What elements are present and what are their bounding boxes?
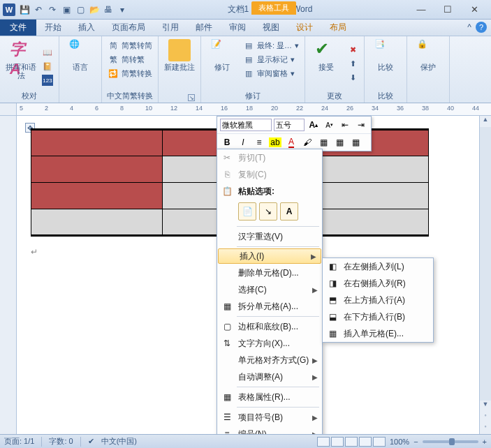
- trad-to-simp-button[interactable]: 繁简转繁: [106, 53, 154, 66]
- new-comment-button[interactable]: 新建批注: [163, 39, 196, 71]
- wordcount-button[interactable]: 123: [41, 74, 54, 87]
- page-indicator[interactable]: 页面: 1/1: [4, 436, 34, 447]
- zoom-thumb[interactable]: [449, 438, 455, 445]
- browse-next-icon[interactable]: ◦: [480, 423, 491, 434]
- display-final-button[interactable]: ▤最终: 显…▾: [242, 39, 300, 52]
- word-count[interactable]: 字数: 0: [49, 436, 73, 447]
- tab-references[interactable]: 引用: [154, 19, 187, 36]
- document-page[interactable]: ✥ ↵ A▴ A▾ ⇤ ⇥ B I ≡: [17, 116, 479, 434]
- fullscreen-view[interactable]: [331, 437, 344, 447]
- protect-button[interactable]: 🔒 保护: [411, 39, 445, 71]
- tab-file[interactable]: 文件: [0, 20, 36, 36]
- decrease-indent-button[interactable]: ⇤: [339, 119, 353, 131]
- zoom-in-button[interactable]: +: [483, 438, 487, 446]
- research-button[interactable]: 📖: [41, 46, 54, 59]
- insert-mini-button[interactable]: ▦: [316, 136, 330, 149]
- tab-home[interactable]: 开始: [36, 19, 70, 36]
- tab-tablelayout[interactable]: 布局: [321, 19, 355, 36]
- delete-mini-button[interactable]: ▦: [332, 136, 346, 149]
- bold-button[interactable]: B: [220, 136, 234, 149]
- tab-insert[interactable]: 插入: [70, 19, 103, 36]
- ctx-table-properties[interactable]: ▦表格属性(R)...: [217, 389, 322, 405]
- undo-icon[interactable]: ↶: [32, 3, 45, 16]
- sub-insert-row-above[interactable]: ⬒在上方插入行(A): [323, 292, 433, 308]
- vertical-ruler[interactable]: [0, 116, 17, 434]
- spelling-button[interactable]: 字A 拼写和语法: [4, 39, 38, 80]
- sub-insert-col-right[interactable]: ◨在右侧插入列(R): [323, 275, 433, 292]
- zoom-out-button[interactable]: −: [413, 438, 418, 446]
- chinese-conv-button[interactable]: 🔁简繁转换: [106, 67, 154, 80]
- draft-view[interactable]: [373, 437, 386, 447]
- open-icon[interactable]: 📂: [88, 3, 101, 16]
- ctx-cell-alignment[interactable]: 单元格对齐方式(G)▶: [217, 352, 322, 368]
- reviewing-pane-button[interactable]: ▥审阅窗格▾: [242, 67, 300, 80]
- save-icon[interactable]: 💾: [18, 3, 31, 16]
- accept-button[interactable]: ✔ 接受: [309, 39, 343, 71]
- simp-to-trad-button[interactable]: 简简繁转简: [106, 39, 154, 52]
- italic-button[interactable]: I: [236, 136, 250, 149]
- dialog-launcher-icon[interactable]: ↘: [188, 94, 195, 101]
- maximize-button[interactable]: ☐: [438, 3, 457, 17]
- close-button[interactable]: ✕: [464, 3, 484, 17]
- new-icon[interactable]: ▢: [74, 3, 87, 16]
- print-icon[interactable]: 🖶: [102, 3, 115, 16]
- show-markup-button[interactable]: ▤显示标记▾: [242, 53, 300, 66]
- font-color-button[interactable]: A: [284, 136, 298, 149]
- grow-font-button[interactable]: A▴: [307, 119, 321, 131]
- merge-mini-button[interactable]: ▦: [349, 136, 362, 149]
- ctx-split-cells[interactable]: ▦拆分单元格(A)...: [217, 298, 322, 315]
- proofing-status-icon[interactable]: ✔: [88, 437, 94, 446]
- tab-pagelayout[interactable]: 页面布局: [103, 19, 154, 36]
- ctx-text-direction[interactable]: ⇅文字方向(X)...: [217, 335, 322, 352]
- minimize-ribbon-icon[interactable]: ^: [467, 22, 471, 32]
- ctx-select[interactable]: 选择(C)▶: [217, 281, 322, 298]
- next-change-button[interactable]: ⬇: [346, 71, 360, 84]
- ctx-bullets[interactable]: ☰项目符号(B)▶: [217, 409, 322, 426]
- ctx-numbering[interactable]: ≡编号(N)...▶: [217, 426, 322, 434]
- font-name-combo[interactable]: [220, 119, 272, 131]
- paste-keep-source[interactable]: 📄: [238, 202, 256, 221]
- save2-icon[interactable]: ▣: [60, 3, 73, 16]
- tab-review[interactable]: 审阅: [221, 19, 254, 36]
- outline-view[interactable]: [359, 437, 372, 447]
- minimize-button[interactable]: —: [411, 3, 431, 17]
- thesaurus-button[interactable]: 📔: [41, 60, 54, 73]
- horizontal-ruler[interactable]: 524681012141618202224263436384044: [0, 103, 491, 116]
- print-layout-view[interactable]: [317, 437, 330, 447]
- ctx-copy[interactable]: ⎘复制(C): [217, 166, 322, 183]
- zoom-level[interactable]: 100%: [390, 438, 409, 446]
- highlight-button[interactable]: ab: [268, 136, 282, 149]
- track-changes-button[interactable]: 📝 修订: [205, 39, 239, 71]
- tab-design[interactable]: 设计: [288, 19, 321, 36]
- scroll-up-icon[interactable]: ▲: [480, 116, 491, 127]
- web-layout-view[interactable]: [345, 437, 358, 447]
- sub-insert-col-left[interactable]: ◧在左侧插入列(L): [323, 258, 433, 275]
- format-painter-button[interactable]: 🖌: [300, 136, 314, 149]
- ctx-insert[interactable]: 插入(I)▶: [218, 248, 321, 264]
- redo-icon[interactable]: ↷: [46, 3, 59, 16]
- paste-merge[interactable]: ↘: [259, 202, 277, 221]
- qat-dropdown-icon[interactable]: ▾: [116, 3, 129, 16]
- tab-mailings[interactable]: 邮件: [187, 19, 221, 36]
- font-size-combo[interactable]: [274, 119, 305, 131]
- tab-view[interactable]: 视图: [254, 19, 288, 36]
- ctx-reconvert[interactable]: 汉字重选(V): [217, 228, 322, 245]
- language-indicator[interactable]: 中文(中国): [101, 436, 137, 447]
- zoom-slider[interactable]: [423, 440, 478, 443]
- help-icon[interactable]: ?: [476, 22, 487, 33]
- compare-button[interactable]: 📑 比较: [369, 39, 402, 71]
- language-button[interactable]: 🌐 语言: [64, 39, 97, 71]
- scroll-down-icon[interactable]: ▼: [480, 401, 491, 412]
- sub-insert-cells[interactable]: ▦插入单元格(E)...: [323, 325, 433, 342]
- align-button[interactable]: ≡: [252, 136, 266, 149]
- paste-text-only[interactable]: A: [280, 202, 298, 221]
- sub-insert-row-below[interactable]: ⬓在下方插入行(B): [323, 308, 433, 325]
- ctx-borders[interactable]: ▢边框和底纹(B)...: [217, 318, 322, 335]
- scroll-track[interactable]: [480, 127, 491, 401]
- ctx-delete-cells[interactable]: 删除单元格(D)...: [217, 264, 322, 281]
- ctx-cut[interactable]: ✂剪切(T): [217, 149, 322, 166]
- prev-change-button[interactable]: ⬆: [346, 57, 360, 70]
- increase-indent-button[interactable]: ⇥: [354, 119, 368, 131]
- reject-button[interactable]: ✖: [346, 43, 360, 56]
- browse-prev-icon[interactable]: ◦: [480, 412, 491, 423]
